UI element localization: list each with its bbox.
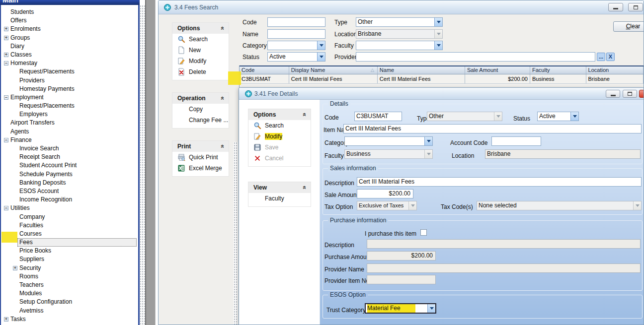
faculty-dropdown[interactable] <box>356 41 443 50</box>
collapse-chevron-icon[interactable] <box>301 186 306 189</box>
expand-icon[interactable]: + <box>4 36 8 40</box>
collapse-chevron-icon[interactable] <box>301 113 306 116</box>
sidebar-item-request-placements[interactable]: Request/Placements <box>1 67 138 76</box>
panel-header-operation[interactable]: Operation <box>172 93 229 104</box>
grid-column-display-name[interactable]: Display Name <box>289 66 378 74</box>
excel-merge-button[interactable]: Excel Merge <box>172 163 229 174</box>
grid-cell-name[interactable]: Cert III Material Fees <box>378 74 465 83</box>
chevron-down-icon[interactable] <box>317 53 325 61</box>
status-dropdown[interactable]: Active <box>267 52 325 62</box>
provider-input[interactable] <box>356 52 595 62</box>
grid-cell-faculty[interactable]: Business <box>530 74 586 83</box>
grid-column-faculty[interactable]: Faculty <box>530 66 586 74</box>
chevron-down-icon[interactable] <box>424 137 432 145</box>
sidebar-item-finance[interactable]: −Finance <box>1 136 138 144</box>
sale-amount-input[interactable]: $200.00 <box>357 189 413 198</box>
sidebar-item-avetmiss[interactable]: Avetmiss <box>1 307 138 315</box>
chevron-down-icon[interactable] <box>317 41 325 50</box>
chevron-down-icon[interactable] <box>427 304 435 313</box>
tax-option-dropdown[interactable]: Exclusive of Taxes <box>357 201 417 210</box>
maximize-button[interactable] <box>628 3 643 11</box>
category-dropdown[interactable] <box>344 136 433 146</box>
grid-column-name[interactable]: Name <box>378 66 465 74</box>
sidebar-item-airport-transfers[interactable]: Airport Transfers <box>1 119 138 127</box>
sidebar-item-faculties[interactable]: Faculties <box>1 221 138 230</box>
provider-clear-button[interactable]: X <box>606 53 615 61</box>
sidebar-item-employers[interactable]: Employers <box>1 110 138 119</box>
grid-cell-sale-amount[interactable]: $200.00 <box>465 74 530 83</box>
sidebar-item-offers[interactable]: Offers <box>1 16 138 25</box>
sidebar-item-suppliers[interactable]: Suppliers <box>1 255 138 263</box>
sidebar-item-request-placements[interactable]: Request/Placements <box>1 102 138 110</box>
sales-description-input[interactable]: Cert III Material Fees <box>357 177 642 187</box>
category-dropdown[interactable] <box>267 41 325 50</box>
grid-cell-location[interactable]: Brisbane <box>586 74 644 83</box>
clear-button[interactable]: Clear <box>613 21 644 32</box>
sidebar-item-modules[interactable]: Modules <box>1 289 138 298</box>
expand-icon[interactable]: + <box>4 317 8 322</box>
collapse-icon[interactable]: − <box>4 206 8 210</box>
chevron-down-icon[interactable] <box>434 18 442 26</box>
sidebar-item-classes[interactable]: +Classes <box>1 51 138 59</box>
grid-cell-display-name[interactable]: Cert III Material Fees <box>289 74 378 83</box>
grid-data-row[interactable]: C3BUSMATCert III Material FeesCert III M… <box>240 74 644 84</box>
sidebar-item-fees[interactable]: Fees <box>17 238 137 247</box>
minimize-button[interactable] <box>606 90 620 98</box>
type-dropdown[interactable]: Other <box>427 112 502 121</box>
new-button[interactable]: New <box>172 45 229 56</box>
collapse-chevron-icon[interactable] <box>219 26 224 30</box>
fee-details-titlebar[interactable]: 3.41 Fee Details <box>239 88 644 100</box>
search-button[interactable]: Search <box>172 34 229 45</box>
copy-button[interactable]: Copy <box>172 104 229 115</box>
sidebar-item-esos-account[interactable]: ESOS Account <box>1 187 138 195</box>
sidebar-item-homestay-payments[interactable]: Homestay Payments <box>1 85 138 93</box>
location-dropdown[interactable]: Brisbane <box>356 29 443 39</box>
pane-splitter[interactable] <box>145 0 156 325</box>
panel-header-view[interactable]: View <box>248 182 311 193</box>
grid-cell-code[interactable]: C3BUSMAT <box>240 74 289 83</box>
sidebar-item-company[interactable]: Company <box>1 213 138 221</box>
sidebar-item-homestay[interactable]: −Homestay <box>1 59 138 67</box>
status-dropdown[interactable]: Active <box>537 112 579 121</box>
sidebar-item-income-recognition[interactable]: Income Recognition <box>1 195 138 204</box>
collapse-chevron-icon[interactable] <box>219 144 224 148</box>
modify-button[interactable]: Modify <box>172 56 229 66</box>
panel-header-print[interactable]: Print <box>172 141 229 152</box>
sidebar-item-groups[interactable]: +Groups <box>1 34 138 42</box>
sidebar-item-enrolments[interactable]: +Enrolments <box>1 25 138 33</box>
maximize-button[interactable] <box>623 90 637 98</box>
minimize-button[interactable] <box>608 3 623 11</box>
faculty-dropdown[interactable]: Business <box>344 149 433 159</box>
trust-category-dropdown[interactable]: Material Fee <box>365 303 436 314</box>
sidebar-item-banking-deposits[interactable]: Banking Deposits <box>1 179 138 187</box>
search-button[interactable]: Search <box>248 120 311 131</box>
sidebar-item-security[interactable]: +Security <box>1 264 138 272</box>
collapse-chevron-icon[interactable] <box>219 96 224 100</box>
sidebar-item-student-account-print[interactable]: Student Account Print <box>1 161 138 170</box>
collapse-icon[interactable]: − <box>4 61 8 65</box>
save-button[interactable]: Save <box>248 142 311 153</box>
panel-header-options[interactable]: Options <box>172 23 229 34</box>
sidebar-item-receipt-search[interactable]: Receipt Search <box>1 153 138 161</box>
change-fee-button[interactable]: Change Fee ... <box>172 115 229 126</box>
expand-icon[interactable]: + <box>13 266 17 270</box>
sidebar-item-agents[interactable]: Agents <box>1 128 138 136</box>
fees-search-titlebar[interactable]: 3.4 Fees Search <box>159 0 644 14</box>
sidebar-item-schedule-payments[interactable]: Schedule Payments <box>1 170 138 179</box>
item-name-input[interactable]: Cert III Material Fees <box>343 124 642 133</box>
sidebar-item-teachers[interactable]: Teachers <box>1 281 138 289</box>
sidebar-item-diary[interactable]: Diary <box>1 42 138 51</box>
name-input[interactable] <box>267 29 325 39</box>
cancel-button[interactable]: Cancel <box>248 153 311 164</box>
collapse-icon[interactable]: − <box>4 138 8 142</box>
sidebar-item-utilities[interactable]: −Utilities <box>1 204 138 212</box>
sidebar-item-employment[interactable]: −Employment <box>1 93 138 102</box>
close-button[interactable] <box>639 90 644 98</box>
grid-column-code[interactable]: Code <box>240 66 289 74</box>
type-dropdown[interactable]: Other <box>356 17 443 27</box>
chevron-down-icon[interactable] <box>570 112 578 121</box>
delete-button[interactable]: Delete <box>172 66 229 77</box>
purchase-checkbox[interactable] <box>420 229 427 236</box>
code-input[interactable] <box>267 17 325 27</box>
sidebar-item-setup-configuration[interactable]: Setup Configuration <box>1 298 138 306</box>
